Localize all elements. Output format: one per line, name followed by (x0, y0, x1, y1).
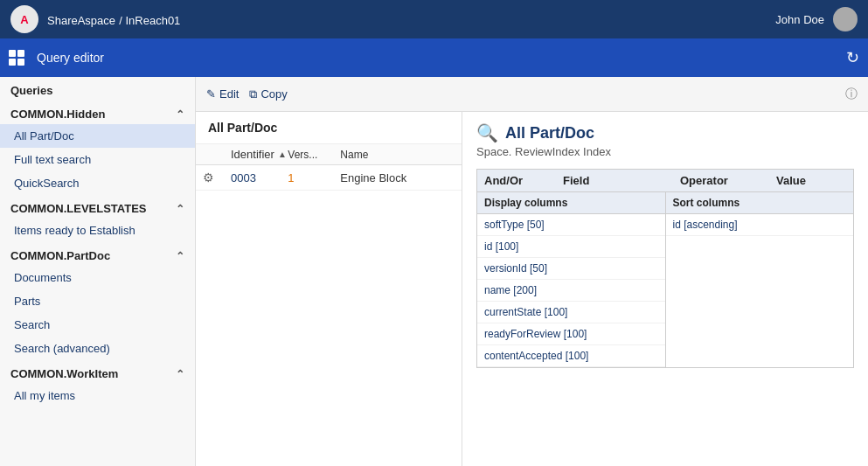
header-value: Value (776, 174, 846, 187)
chevron-up-icon-3[interactable]: ⌃ (176, 250, 184, 262)
sort-columns-panel: Sort columns id [ascending] (666, 192, 854, 367)
sidebar-item-search[interactable]: Search (0, 313, 195, 337)
avatar (833, 7, 858, 31)
edit-button[interactable]: ✎ Edit (206, 87, 239, 101)
content-area: ✎ Edit ⧉ Copy ⓘ All Part/Doc Identifier … (196, 77, 868, 466)
topbar-right: John Doe (775, 7, 858, 31)
display-columns-panel: Display columns softType [50] id [100] v… (477, 192, 666, 367)
header-operator: Operator (680, 174, 776, 187)
search-icon: 🔍 (476, 122, 498, 143)
sidebar-group-common-hidden: COMMON.Hidden ⌃ (0, 101, 195, 124)
chevron-up-icon-2[interactable]: ⌃ (176, 203, 184, 215)
sort-columns-header: Sort columns (666, 192, 854, 214)
row-icon: ⚙ (203, 170, 231, 184)
main-layout: Queries COMMON.Hidden ⌃ All Part/Doc Ful… (0, 77, 868, 466)
col-id-header: Identifier ▲ (231, 148, 288, 161)
sidebar-item-all-my-items[interactable]: All my items (0, 384, 195, 407)
gear-icon: ⚙ (203, 170, 214, 184)
help-icon[interactable]: ⓘ (845, 87, 858, 102)
topbar-left: A ShareAspace / InReach01 (10, 5, 180, 33)
sidebar-item-parts[interactable]: Parts (0, 289, 195, 313)
list-item: id [ascending] (666, 214, 854, 236)
list-item: name [200] (477, 280, 665, 302)
col-name-header: Name (340, 149, 455, 161)
sidebar-item-full-text-search[interactable]: Full text search (0, 148, 195, 171)
history-icon[interactable]: ↻ (846, 48, 859, 67)
row-id: 0003 (231, 171, 288, 184)
app-logo: A (10, 5, 38, 33)
sort-arrow-icon[interactable]: ▲ (278, 150, 287, 159)
list-item: id [100] (477, 236, 665, 258)
queries-label: Queries (0, 77, 195, 101)
sidebar-group-partdoc: COMMON.PartDoc ⌃ (0, 242, 195, 266)
chevron-up-icon-4[interactable]: ⌃ (176, 368, 184, 380)
sidebar-item-documents[interactable]: Documents (0, 266, 195, 289)
toolbar2-left: Query editor (9, 47, 111, 68)
sidebar-item-all-part-doc[interactable]: All Part/Doc (0, 124, 195, 148)
query-list-title: All Part/Doc (196, 112, 462, 144)
detail-title: All Part/Doc (505, 124, 594, 143)
sidebar: Queries COMMON.Hidden ⌃ All Part/Doc Ful… (0, 77, 196, 466)
display-columns-header: Display columns (477, 192, 665, 214)
sidebar-item-items-ready[interactable]: Items ready to Establish (0, 219, 195, 242)
detail-subtitle: Space. ReviewIndex Index (476, 145, 854, 158)
list-item: contentAccepted [100] (477, 345, 665, 367)
grid-icon[interactable] (9, 50, 24, 66)
list-item: currentState [100] (477, 302, 665, 323)
query-table-header: Identifier ▲ Vers... Name (196, 144, 462, 165)
header-field: Field (563, 174, 680, 187)
list-item: versionId [50] (477, 258, 665, 280)
toolbar-title: Query editor (30, 47, 111, 68)
sidebar-group-workitem: COMMON.WorkItem ⌃ (0, 360, 195, 384)
table-row[interactable]: ⚙ 0003 1 Engine Block (196, 165, 462, 191)
secondary-toolbar: Query editor ↻ (0, 38, 868, 77)
query-list-panel: All Part/Doc Identifier ▲ Vers... Name ⚙… (196, 112, 462, 466)
row-version: 1 (288, 171, 340, 184)
two-panel: All Part/Doc Identifier ▲ Vers... Name ⚙… (196, 112, 868, 466)
sidebar-item-quicksearch[interactable]: QuickSearch (0, 171, 195, 195)
columns-section: Display columns softType [50] id [100] v… (476, 192, 854, 368)
topbar: A ShareAspace / InReach01 John Doe (0, 0, 868, 38)
query-detail-panel: 🔍 All Part/Doc Space. ReviewIndex Index … (462, 112, 868, 466)
sidebar-group-levelstates: COMMON.LEVELSTATES ⌃ (0, 195, 195, 219)
copy-icon: ⧉ (249, 87, 257, 101)
chevron-up-icon[interactable]: ⌃ (176, 108, 184, 121)
app-title: ShareAspace / InReach01 (47, 12, 180, 27)
sidebar-item-search-advanced[interactable]: Search (advanced) (0, 337, 195, 360)
detail-title-row: 🔍 All Part/Doc (476, 122, 854, 143)
user-name: John Doe (775, 13, 824, 26)
action-bar: ✎ Edit ⧉ Copy ⓘ (196, 77, 868, 112)
row-name: Engine Block (340, 171, 455, 184)
edit-icon: ✎ (206, 87, 216, 101)
header-and-or: And/Or (484, 174, 563, 187)
list-item: readyForReview [100] (477, 323, 665, 345)
copy-button[interactable]: ⧉ Copy (249, 87, 287, 101)
col-ver-header: Vers... (288, 149, 340, 161)
list-item: softType [50] (477, 214, 665, 236)
detail-table-header: And/Or Field Operator Value (476, 169, 854, 192)
